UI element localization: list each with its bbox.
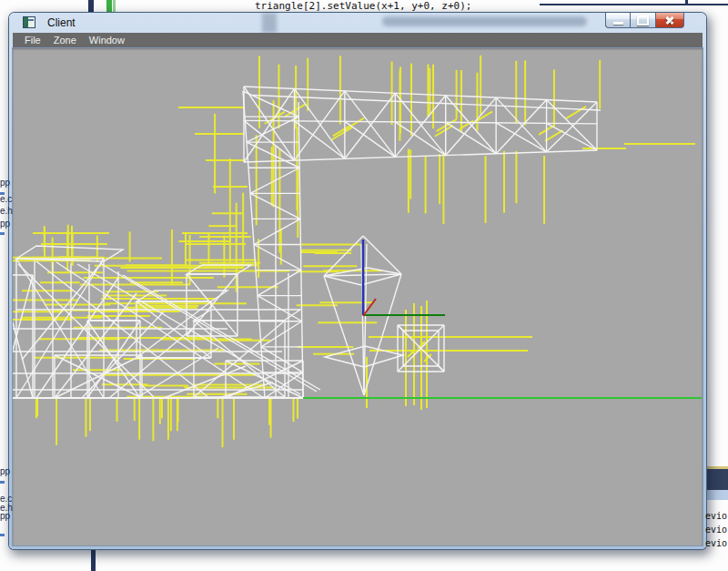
background-window-border-horizontal	[540, 4, 728, 5]
window-title: Client	[47, 16, 76, 29]
clipped-warning-fragment: evio	[705, 538, 727, 549]
minimize-icon	[613, 22, 623, 25]
glass-blur-artifact	[262, 13, 277, 33]
menu-window[interactable]: Window	[83, 33, 131, 47]
clipped-warning-fragment: evio	[705, 511, 727, 522]
background-window-border-vertical	[685, 0, 688, 5]
clipped-warning-fragment: evio	[705, 525, 727, 535]
editor-change-bar-light	[113, 0, 116, 13]
clipped-filename-fragment: pp	[0, 219, 10, 229]
output-panel-divider	[91, 549, 96, 571]
background-output-panel: WARNING: 0:7: warning(#239) Declaration …	[0, 549, 728, 571]
glass-blur-artifact	[382, 16, 587, 26]
file-list-bullet	[0, 534, 5, 536]
file-list-bullet	[0, 481, 5, 484]
clipped-filename-fragment: pp	[0, 467, 10, 476]
titlebar[interactable]: Client	[9, 13, 706, 33]
clipped-filename-fragment: pp	[0, 178, 10, 188]
background-panel-band-light	[706, 490, 728, 500]
editor-divider-bar	[88, 0, 94, 13]
axis-indicator	[363, 240, 445, 316]
background-file-list-edge	[0, 13, 9, 571]
close-button[interactable]	[656, 13, 684, 28]
file-list-bullet	[0, 192, 5, 195]
caption-buttons	[605, 13, 684, 28]
3d-scene-svg	[13, 48, 703, 546]
background-editor-strip: triangle[2].setValue(x+1, y+0, z+0);	[0, 0, 728, 13]
maximize-icon	[637, 15, 649, 25]
clipped-filename-fragment: e.c	[0, 195, 12, 204]
normal-lines	[13, 56, 695, 447]
menu-file[interactable]: File	[18, 33, 47, 47]
menubar: File Zone Window	[13, 33, 703, 48]
client-window: Client File Zone Window	[9, 13, 706, 549]
clipped-filename-fragment: pp	[0, 512, 10, 521]
file-list-bullet	[0, 232, 5, 235]
editor-change-bar	[106, 0, 112, 13]
clipped-filename-fragment: e.h	[0, 207, 13, 216]
3d-viewport[interactable]	[13, 48, 703, 546]
background-panel-band	[706, 469, 728, 490]
menu-zone[interactable]: Zone	[47, 33, 83, 47]
minimize-button[interactable]	[605, 13, 631, 28]
editor-code-line: triangle[2].setValue(x+1, y+0, z+0);	[255, 0, 471, 13]
maximize-button[interactable]	[631, 13, 656, 28]
desktop: { "ide": { "code_line": "triangle[2].set…	[0, 0, 728, 571]
close-icon	[664, 15, 675, 25]
app-icon	[23, 16, 35, 28]
